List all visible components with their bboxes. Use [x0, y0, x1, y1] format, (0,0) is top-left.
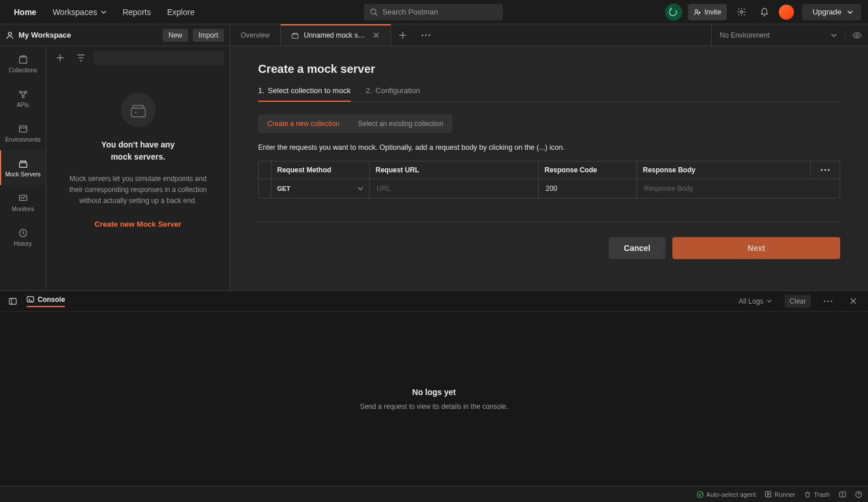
header-method: Request Method — [271, 161, 370, 179]
nav-workspaces[interactable]: Workspaces — [46, 4, 113, 20]
body-input[interactable] — [643, 184, 834, 193]
console-options-button[interactable] — [819, 298, 837, 305]
code-input[interactable] — [545, 184, 631, 193]
next-button[interactable]: Next — [672, 237, 840, 259]
filter-icon — [77, 54, 85, 62]
environments-icon — [18, 124, 28, 134]
helper-text: Enter the requests you want to mock. Opt… — [258, 143, 840, 152]
console-tab-label: Console — [38, 296, 65, 304]
panel-icon — [9, 297, 17, 305]
filter-input[interactable] — [94, 51, 224, 65]
svg-rect-14 — [19, 163, 27, 167]
help-button[interactable] — [855, 491, 862, 498]
tab-overview-label: Overview — [241, 31, 270, 39]
svg-point-2 — [740, 10, 742, 13]
step-2[interactable]: 2. Configuration — [366, 86, 420, 101]
chevron-down-icon — [767, 298, 772, 304]
console-empty-title: No logs yet — [412, 387, 455, 397]
search-input[interactable]: Search Postman — [364, 4, 503, 20]
user-avatar[interactable] — [779, 5, 794, 20]
svg-rect-17 — [131, 108, 145, 117]
svg-point-8 — [856, 34, 858, 36]
svg-point-20 — [828, 169, 830, 171]
invite-button[interactable]: Invite — [688, 4, 727, 20]
bell-icon — [760, 8, 769, 17]
upgrade-label: Upgrade — [812, 8, 841, 16]
nav-home[interactable]: Home — [7, 4, 43, 20]
tab-overview[interactable]: Overview — [230, 24, 281, 46]
tab-close-button[interactable] — [372, 31, 380, 39]
rail-monitors[interactable]: Monitors — [0, 185, 46, 220]
svg-point-3 — [8, 32, 11, 35]
help-icon — [855, 491, 862, 498]
console-icon — [27, 296, 34, 303]
svg-rect-4 — [292, 34, 299, 38]
log-filter[interactable]: All Logs — [734, 295, 777, 308]
notifications-button[interactable] — [756, 3, 773, 21]
svg-point-5 — [422, 34, 424, 36]
create-mock-link[interactable]: Create new Mock Server — [94, 220, 181, 228]
plus-icon — [399, 31, 407, 39]
svg-point-23 — [824, 300, 826, 302]
table-options-button[interactable] — [811, 161, 840, 179]
runner-button[interactable]: Runner — [765, 491, 795, 498]
svg-point-24 — [827, 300, 829, 302]
search-placeholder: Search Postman — [382, 8, 438, 16]
sync-status-icon[interactable] — [665, 3, 682, 21]
table-row: GET — [259, 179, 840, 198]
nav-reports[interactable]: Reports — [116, 4, 158, 20]
rail-history[interactable]: History — [0, 220, 46, 254]
step-1[interactable]: 1. Select collection to mock — [258, 86, 351, 102]
svg-point-0 — [371, 9, 376, 14]
svg-point-18 — [821, 169, 823, 171]
subtab-new-collection[interactable]: Create a new collection — [258, 115, 349, 133]
drag-handle[interactable] — [259, 179, 271, 198]
top-bar: Home Workspaces Reports Explore Search P… — [0, 0, 868, 24]
create-mock-button[interactable] — [52, 51, 68, 65]
server-icon — [291, 31, 299, 39]
environment-quicklook-button[interactable] — [845, 31, 868, 40]
rail-mock-servers[interactable]: Mock Servers — [0, 150, 46, 185]
rail-collections[interactable]: Collections — [0, 46, 46, 81]
workspace-bar: My Workspace New Import Overview Unnamed… — [0, 24, 868, 46]
tab-options-button[interactable] — [414, 24, 437, 46]
header-body: Response Body — [637, 161, 811, 179]
upgrade-button[interactable]: Upgrade — [802, 4, 861, 20]
filter-button[interactable] — [73, 51, 89, 65]
requests-table: Request Method Request URL Response Code… — [258, 161, 840, 198]
nav-workspaces-label: Workspaces — [53, 8, 97, 17]
tab-mock-server[interactable]: Unnamed mock se… — [281, 24, 391, 46]
console-tab[interactable]: Console — [27, 296, 65, 307]
close-console-button[interactable] — [845, 296, 861, 307]
toggle-sidebar-button[interactable] — [7, 293, 19, 310]
close-icon — [850, 298, 856, 304]
method-cell[interactable]: GET — [271, 179, 370, 198]
history-icon — [18, 228, 28, 238]
new-tab-button[interactable] — [391, 24, 414, 46]
import-button[interactable]: Import — [193, 29, 224, 42]
layout-icon — [839, 491, 846, 498]
url-input[interactable] — [376, 184, 532, 193]
cancel-button[interactable]: Cancel — [609, 237, 665, 259]
apis-icon — [18, 89, 28, 99]
invite-icon — [694, 9, 701, 16]
chevron-down-icon — [831, 32, 837, 38]
close-icon — [373, 32, 379, 38]
dots-icon — [821, 169, 830, 171]
svg-rect-15 — [19, 195, 27, 200]
subtab-existing-collection[interactable]: Select an existing collection — [349, 115, 453, 133]
trash-button[interactable]: Trash — [804, 491, 830, 498]
environment-selector[interactable]: No Environment — [712, 31, 845, 39]
trash-icon — [804, 491, 811, 497]
agent-status[interactable]: Auto-select agent — [697, 491, 756, 498]
workspace-selector[interactable]: My Workspace — [6, 31, 158, 39]
rail-apis[interactable]: APIs — [0, 81, 46, 116]
rail-environments[interactable]: Environments — [0, 116, 46, 150]
nav-explore[interactable]: Explore — [160, 4, 201, 20]
new-button[interactable]: New — [163, 29, 188, 42]
settings-button[interactable] — [733, 3, 750, 21]
chevron-down-icon — [847, 9, 853, 15]
clear-logs-button[interactable]: Clear — [785, 295, 811, 308]
play-icon — [765, 491, 771, 497]
two-pane-button[interactable] — [839, 491, 846, 498]
